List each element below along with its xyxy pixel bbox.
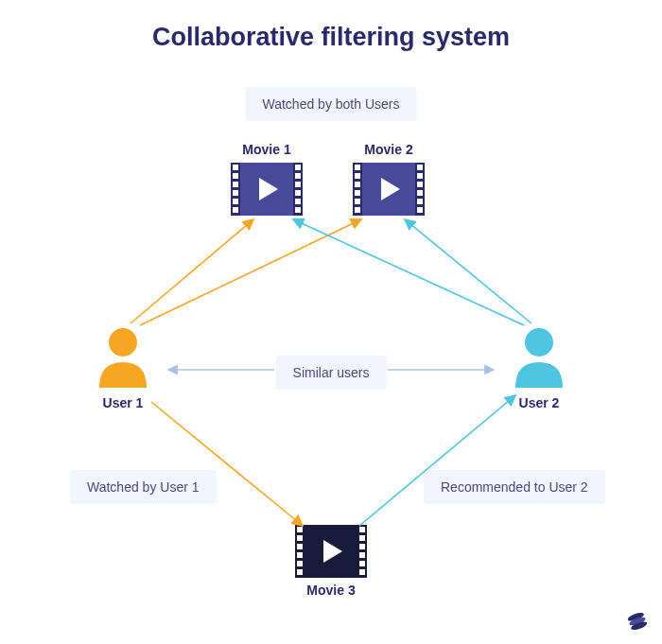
svg-rect-20 — [355, 173, 360, 179]
arrow-user2-movie1 — [293, 219, 524, 325]
svg-rect-38 — [297, 569, 303, 575]
svg-rect-41 — [359, 544, 365, 549]
movie-1-icon — [231, 163, 303, 216]
svg-rect-23 — [355, 199, 360, 204]
page-title: Collaborative filtering system — [0, 23, 662, 52]
svg-rect-40 — [359, 535, 365, 541]
user-1-icon — [95, 326, 151, 388]
svg-rect-3 — [233, 165, 238, 170]
svg-rect-25 — [417, 165, 423, 170]
movie-2-label: Movie 2 — [346, 142, 431, 157]
svg-rect-39 — [359, 527, 365, 532]
arrow-user1-movie2 — [140, 219, 361, 325]
arrow-movie3-user2 — [359, 395, 515, 526]
user-2-label: User 2 — [511, 395, 567, 410]
svg-rect-22 — [355, 190, 360, 196]
svg-rect-12 — [295, 190, 301, 196]
svg-rect-19 — [355, 165, 360, 170]
user-2-icon — [511, 326, 567, 388]
svg-rect-13 — [295, 199, 301, 204]
svg-rect-14 — [295, 207, 301, 213]
svg-rect-11 — [295, 182, 301, 187]
brand-logo-icon — [626, 610, 649, 633]
svg-rect-6 — [233, 190, 238, 196]
svg-rect-24 — [355, 207, 360, 213]
arrow-user2-movie2 — [405, 219, 531, 323]
svg-rect-9 — [295, 165, 301, 170]
svg-rect-30 — [417, 207, 423, 213]
svg-rect-44 — [359, 569, 365, 575]
svg-rect-5 — [233, 182, 238, 187]
badge-recommended-user2: Recommended to User 2 — [424, 470, 605, 504]
user-1-label: User 1 — [95, 395, 151, 410]
svg-rect-33 — [297, 527, 303, 532]
svg-rect-37 — [297, 561, 303, 566]
svg-rect-7 — [233, 199, 238, 204]
svg-rect-42 — [359, 552, 365, 558]
svg-rect-43 — [359, 561, 365, 566]
badge-similar-users: Similar users — [276, 356, 387, 390]
movie-3-label: Movie 3 — [288, 583, 374, 598]
svg-rect-27 — [417, 182, 423, 187]
movie-1-label: Movie 1 — [224, 142, 309, 157]
svg-rect-10 — [295, 173, 301, 179]
movie-2-icon — [353, 163, 425, 216]
svg-rect-26 — [417, 173, 423, 179]
svg-rect-35 — [297, 544, 303, 549]
svg-rect-28 — [417, 190, 423, 196]
svg-rect-36 — [297, 552, 303, 558]
svg-rect-34 — [297, 535, 303, 541]
svg-point-47 — [525, 328, 553, 357]
svg-rect-8 — [233, 207, 238, 213]
movie-3-icon — [295, 525, 367, 578]
svg-rect-4 — [233, 173, 238, 179]
badge-watched-both: Watched by both Users — [246, 87, 417, 121]
svg-rect-21 — [355, 182, 360, 187]
svg-point-46 — [109, 328, 137, 357]
svg-rect-29 — [417, 199, 423, 204]
arrow-user1-movie1 — [131, 219, 253, 323]
arrow-user1-movie3 — [151, 402, 303, 526]
badge-watched-user1: Watched by User 1 — [70, 470, 217, 504]
